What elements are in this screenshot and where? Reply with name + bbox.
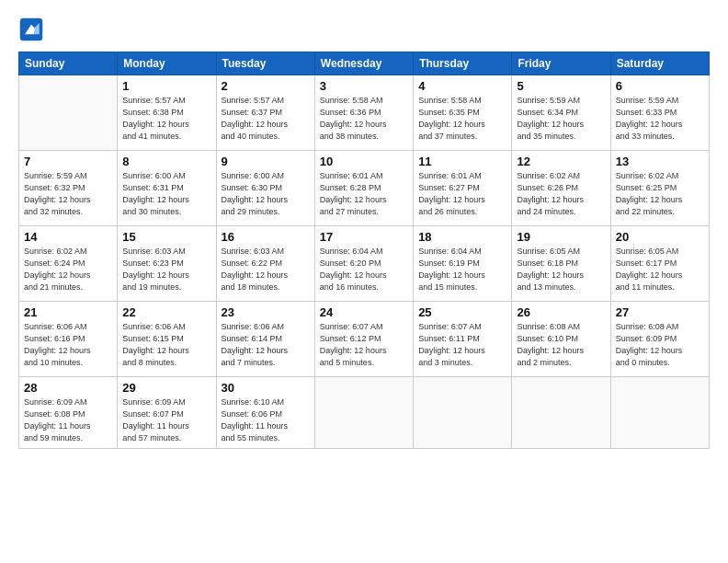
day-info: Sunrise: 6:10 AMSunset: 6:06 PMDaylight:…	[222, 396, 310, 444]
empty-cell	[414, 377, 512, 449]
day-number: 9	[222, 155, 310, 168]
day-info: Sunrise: 6:06 AMSunset: 6:15 PMDaylight:…	[122, 321, 210, 369]
day-cell-28: 28Sunrise: 6:09 AMSunset: 6:08 PMDayligh…	[19, 377, 118, 449]
day-info: Sunrise: 6:05 AMSunset: 6:18 PMDaylight:…	[517, 246, 605, 293]
calendar-week-row-2: 7Sunrise: 5:59 AMSunset: 6:32 PMDaylight…	[19, 151, 710, 226]
day-cell-20: 20Sunrise: 6:05 AMSunset: 6:17 PMDayligh…	[610, 226, 709, 302]
day-number: 28	[24, 381, 112, 395]
day-number: 16	[222, 230, 310, 244]
day-info: Sunrise: 6:09 AMSunset: 6:08 PMDaylight:…	[24, 396, 112, 444]
day-info: Sunrise: 6:00 AMSunset: 6:30 PMDaylight:…	[222, 170, 310, 218]
empty-cell	[512, 377, 610, 449]
calendar-week-row-3: 14Sunrise: 6:02 AMSunset: 6:24 PMDayligh…	[19, 226, 710, 302]
day-cell-7: 7Sunrise: 5:59 AMSunset: 6:32 PMDaylight…	[19, 151, 118, 226]
day-cell-5: 5Sunrise: 5:59 AMSunset: 6:34 PMDaylight…	[512, 75, 610, 151]
day-cell-9: 9Sunrise: 6:00 AMSunset: 6:30 PMDaylight…	[216, 151, 314, 226]
day-number: 26	[517, 305, 605, 319]
day-cell-26: 26Sunrise: 6:08 AMSunset: 6:10 PMDayligh…	[512, 302, 610, 377]
day-number: 21	[24, 305, 112, 319]
calendar-header-wednesday: Wednesday	[314, 52, 413, 75]
day-number: 4	[418, 79, 506, 93]
day-cell-6: 6Sunrise: 5:59 AMSunset: 6:33 PMDaylight…	[610, 75, 709, 151]
day-number: 13	[616, 155, 704, 168]
day-info: Sunrise: 6:08 AMSunset: 6:09 PMDaylight:…	[616, 321, 704, 369]
day-cell-8: 8Sunrise: 6:00 AMSunset: 6:31 PMDaylight…	[118, 151, 216, 226]
day-info: Sunrise: 5:59 AMSunset: 6:32 PMDaylight:…	[24, 170, 112, 218]
day-number: 7	[24, 155, 112, 168]
day-number: 24	[320, 305, 408, 319]
day-number: 10	[320, 155, 408, 168]
empty-cell	[314, 377, 413, 449]
logo	[18, 17, 51, 42]
day-cell-23: 23Sunrise: 6:06 AMSunset: 6:14 PMDayligh…	[216, 302, 314, 377]
day-number: 23	[222, 305, 310, 319]
day-cell-27: 27Sunrise: 6:08 AMSunset: 6:09 PMDayligh…	[610, 302, 709, 377]
day-cell-4: 4Sunrise: 5:58 AMSunset: 6:35 PMDaylight…	[414, 75, 512, 151]
day-number: 12	[517, 155, 605, 168]
day-info: Sunrise: 6:06 AMSunset: 6:16 PMDaylight:…	[24, 321, 112, 369]
day-number: 18	[418, 230, 506, 244]
day-info: Sunrise: 6:01 AMSunset: 6:28 PMDaylight:…	[320, 170, 408, 218]
day-info: Sunrise: 5:58 AMSunset: 6:36 PMDaylight:…	[320, 95, 408, 143]
day-cell-12: 12Sunrise: 6:02 AMSunset: 6:26 PMDayligh…	[512, 151, 610, 226]
day-info: Sunrise: 6:00 AMSunset: 6:31 PMDaylight:…	[122, 170, 210, 218]
day-info: Sunrise: 5:57 AMSunset: 6:37 PMDaylight:…	[222, 95, 310, 143]
calendar-header-sunday: Sunday	[19, 52, 118, 75]
day-number: 27	[616, 305, 704, 319]
day-number: 22	[122, 305, 210, 319]
day-number: 8	[122, 155, 210, 168]
day-info: Sunrise: 6:03 AMSunset: 6:22 PMDaylight:…	[222, 246, 310, 293]
calendar-header-monday: Monday	[118, 52, 216, 75]
calendar-header-row: SundayMondayTuesdayWednesdayThursdayFrid…	[19, 52, 710, 75]
day-info: Sunrise: 5:59 AMSunset: 6:34 PMDaylight:…	[517, 95, 605, 143]
day-info: Sunrise: 6:06 AMSunset: 6:14 PMDaylight:…	[222, 321, 310, 369]
logo-icon	[18, 17, 44, 42]
day-cell-3: 3Sunrise: 5:58 AMSunset: 6:36 PMDaylight…	[314, 75, 413, 151]
calendar-header-saturday: Saturday	[610, 52, 709, 75]
day-info: Sunrise: 6:02 AMSunset: 6:26 PMDaylight:…	[517, 170, 605, 218]
day-cell-25: 25Sunrise: 6:07 AMSunset: 6:11 PMDayligh…	[414, 302, 512, 377]
day-number: 14	[24, 230, 112, 244]
day-info: Sunrise: 6:04 AMSunset: 6:20 PMDaylight:…	[320, 246, 408, 293]
day-info: Sunrise: 6:07 AMSunset: 6:11 PMDaylight:…	[418, 321, 506, 369]
calendar-week-row-1: 1Sunrise: 5:57 AMSunset: 6:38 PMDaylight…	[19, 75, 710, 151]
day-cell-15: 15Sunrise: 6:03 AMSunset: 6:23 PMDayligh…	[118, 226, 216, 302]
day-number: 11	[418, 155, 506, 168]
day-info: Sunrise: 6:08 AMSunset: 6:10 PMDaylight:…	[517, 321, 605, 369]
day-cell-16: 16Sunrise: 6:03 AMSunset: 6:22 PMDayligh…	[216, 226, 314, 302]
day-info: Sunrise: 6:04 AMSunset: 6:19 PMDaylight:…	[418, 246, 506, 293]
day-cell-17: 17Sunrise: 6:04 AMSunset: 6:20 PMDayligh…	[314, 226, 413, 302]
day-number: 29	[122, 381, 210, 395]
day-info: Sunrise: 6:03 AMSunset: 6:23 PMDaylight:…	[122, 246, 210, 293]
day-number: 2	[222, 79, 310, 93]
day-cell-24: 24Sunrise: 6:07 AMSunset: 6:12 PMDayligh…	[314, 302, 413, 377]
day-cell-11: 11Sunrise: 6:01 AMSunset: 6:27 PMDayligh…	[414, 151, 512, 226]
day-info: Sunrise: 6:05 AMSunset: 6:17 PMDaylight:…	[616, 246, 704, 293]
empty-cell	[19, 75, 118, 151]
day-cell-2: 2Sunrise: 5:57 AMSunset: 6:37 PMDaylight…	[216, 75, 314, 151]
day-cell-30: 30Sunrise: 6:10 AMSunset: 6:06 PMDayligh…	[216, 377, 314, 449]
day-number: 30	[222, 381, 310, 395]
day-info: Sunrise: 5:58 AMSunset: 6:35 PMDaylight:…	[418, 95, 506, 143]
empty-cell	[610, 377, 709, 449]
day-cell-14: 14Sunrise: 6:02 AMSunset: 6:24 PMDayligh…	[19, 226, 118, 302]
page: SundayMondayTuesdayWednesdayThursdayFrid…	[0, 0, 728, 563]
calendar-header-friday: Friday	[512, 52, 610, 75]
calendar-week-row-4: 21Sunrise: 6:06 AMSunset: 6:16 PMDayligh…	[19, 302, 710, 377]
day-cell-1: 1Sunrise: 5:57 AMSunset: 6:38 PMDaylight…	[118, 75, 216, 151]
day-info: Sunrise: 5:59 AMSunset: 6:33 PMDaylight:…	[616, 95, 704, 143]
header	[18, 17, 710, 42]
day-number: 3	[320, 79, 408, 93]
day-info: Sunrise: 6:01 AMSunset: 6:27 PMDaylight:…	[418, 170, 506, 218]
day-cell-13: 13Sunrise: 6:02 AMSunset: 6:25 PMDayligh…	[610, 151, 709, 226]
day-number: 6	[616, 79, 704, 93]
calendar-header-thursday: Thursday	[414, 52, 512, 75]
day-number: 15	[122, 230, 210, 244]
day-cell-10: 10Sunrise: 6:01 AMSunset: 6:28 PMDayligh…	[314, 151, 413, 226]
day-info: Sunrise: 6:02 AMSunset: 6:25 PMDaylight:…	[616, 170, 704, 218]
day-number: 25	[418, 305, 506, 319]
day-cell-29: 29Sunrise: 6:09 AMSunset: 6:07 PMDayligh…	[118, 377, 216, 449]
calendar-table: SundayMondayTuesdayWednesdayThursdayFrid…	[18, 52, 710, 449]
day-info: Sunrise: 5:57 AMSunset: 6:38 PMDaylight:…	[122, 95, 210, 143]
day-cell-22: 22Sunrise: 6:06 AMSunset: 6:15 PMDayligh…	[118, 302, 216, 377]
